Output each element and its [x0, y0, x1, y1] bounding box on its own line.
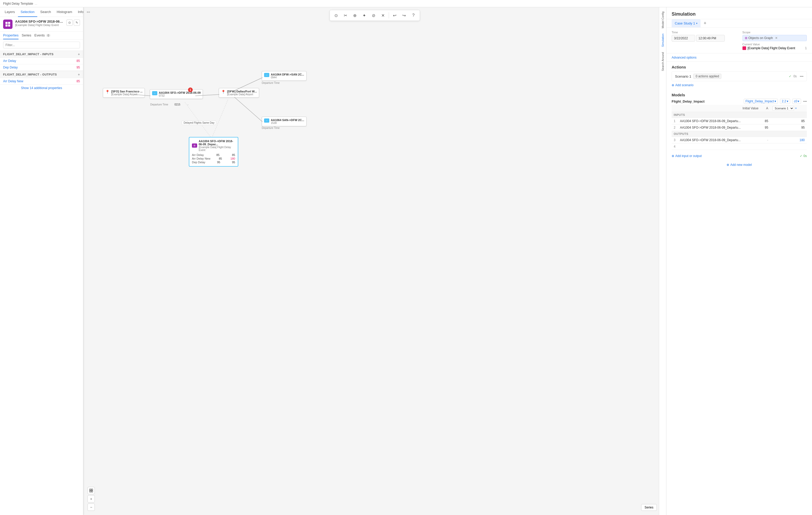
add-scenario-label: Add scenario: [675, 83, 694, 87]
tab-layers[interactable]: Layers: [2, 7, 18, 17]
add-case-study-btn[interactable]: +: [702, 19, 708, 27]
toolbar-undo-btn[interactable]: ↩: [390, 11, 399, 20]
dep-time-label-3: Departure Time: [262, 126, 280, 129]
subtab-events[interactable]: Events 0: [34, 33, 50, 39]
row2-name: AA1004 SFO->DFW 2018-06-09_Departu...: [678, 124, 760, 131]
prop-name-dep-delay[interactable]: Dep Delay: [3, 66, 77, 69]
entity-edit-btn[interactable]: ✎: [74, 20, 80, 26]
version-chevron: ▾: [787, 99, 788, 103]
node-aa1064-san-dfw[interactable]: ↔ AA1064 SAN->DFW 2C... 1538: [262, 117, 307, 126]
table-row: 3 AA1004 SFO->DFW 2018-06-09_Departu... …: [672, 137, 807, 144]
config-select[interactable]: c0 ▾: [792, 99, 801, 104]
scenario-row[interactable]: Scenario 1 0 actions applied ✓ 0s •••: [672, 71, 807, 81]
outputs-add-btn[interactable]: +: [78, 72, 80, 77]
detail-card-title: AA1004 SFO->DFW 2018-06-09_Depar...: [199, 140, 235, 146]
node-sfo[interactable]: 📍 [SFO] San Francisco ... [Example Data]…: [103, 88, 145, 98]
dep-time-dash-1: -: [187, 103, 188, 106]
subtab-series[interactable]: Series: [22, 33, 31, 39]
filter-input[interactable]: [3, 42, 80, 49]
tab-histogram[interactable]: Histogram: [54, 7, 75, 17]
inputs-add-btn[interactable]: +: [78, 52, 80, 56]
time-label: Time: [672, 31, 736, 34]
aa1064-dfw-icon: ↔: [264, 73, 269, 77]
model-select[interactable]: Flight_Delay_Impact ▾: [744, 99, 778, 104]
prop-name-arr-delay[interactable]: Arr Delay: [3, 59, 77, 63]
sim-tab-case-study-1[interactable]: Case Study 1 ▾: [672, 19, 700, 27]
zoom-in-btn[interactable]: +: [87, 495, 95, 503]
series-btn[interactable]: Series: [641, 504, 657, 511]
scenario-more-btn[interactable]: •••: [800, 74, 804, 79]
zoom-out-btn[interactable]: −: [87, 504, 95, 511]
scope-chip[interactable]: ⊞ Objects on Graph ✕: [743, 35, 807, 41]
node-aa1064-dfw-san[interactable]: ↔ AA1064 DFW->SAN 2C... 0944: [262, 71, 307, 81]
scenario-check: ✓: [789, 74, 791, 78]
model-more-btn[interactable]: •••: [803, 99, 807, 103]
toolbar-cut-btn[interactable]: ✂: [341, 11, 350, 20]
scope-chip-remove-btn[interactable]: ✕: [775, 36, 778, 40]
detail-name-dep-delay: Dep Delay: [192, 161, 205, 164]
add-model-btn[interactable]: ⊕ Add new model: [672, 161, 807, 168]
col-b-scenario-select[interactable]: Scenario 1: [773, 106, 794, 111]
detail-val1-arr-delay-new: 85: [219, 157, 222, 160]
toolbar-help-btn[interactable]: ?: [409, 11, 418, 20]
subtab-properties[interactable]: Properties: [3, 33, 19, 39]
scenario-name: Scenario 1: [675, 74, 691, 79]
vtab-simulation[interactable]: Simulation: [660, 31, 665, 49]
toolbar-star-btn[interactable]: ✦: [360, 11, 369, 20]
detail-val2-arr-delay: 85: [232, 153, 235, 156]
col-b-header: Scenario 1 +: [773, 106, 805, 111]
svg-line-7: [234, 97, 262, 122]
date-input[interactable]: [672, 35, 695, 42]
sub-tabs: Properties Series Events 0: [0, 32, 83, 39]
toolbar-close-btn[interactable]: ✕: [379, 11, 387, 20]
dfw-title: [DFW] Dallas/Fort W...: [227, 90, 257, 93]
detail-val1-dep-delay: 95: [217, 161, 220, 164]
edge-label-delayed: Delayed Flights Same Day: [182, 121, 216, 125]
collapse-icon[interactable]: ««: [87, 10, 90, 14]
sim-tabs: Case Study 1 ▾ +: [666, 19, 812, 28]
props-section: FLIGHT_DELAY_IMPACT - INPUTS + Arr Delay…: [0, 51, 83, 515]
entity-locate-btn[interactable]: ⊙: [66, 20, 72, 26]
toolbar-link-btn[interactable]: ⊕: [351, 11, 359, 20]
toolbar-block-btn[interactable]: ⊘: [370, 11, 378, 20]
cv-icon: [743, 47, 746, 50]
node-aa1004-sfo-dfw[interactable]: ↔ AA1004 SFO->DFW 2018-06-09 0732: [150, 89, 203, 99]
version-select[interactable]: 2.2 ▾: [780, 99, 790, 104]
row1-name: AA1004 SFO->DFW 2018-06-09_Departu...: [678, 118, 760, 124]
prop-arr-delay: Arr Delay 85: [0, 58, 83, 64]
entity-card: AA1004 SFO->DFW 2018-06-09... [Example D…: [0, 17, 83, 32]
add-io-label: Add input or output: [675, 154, 702, 158]
case-study-label: Case Study 1: [675, 21, 695, 25]
inputs-section-header: FLIGHT_DELAY_IMPACT - INPUTS +: [0, 51, 83, 58]
node-dfw[interactable]: 📍 [DFW] Dallas/Fort W... [Example Data] …: [219, 88, 259, 98]
fit-btn[interactable]: [87, 487, 95, 494]
scope-chip-label: Objects on Graph: [749, 36, 773, 40]
row4-a: [770, 144, 807, 150]
add-model-label: Add new model: [730, 163, 752, 166]
detail-card-info: AA1004 SFO->DFW 2018-06-09_Depar... [Exa…: [199, 140, 235, 152]
entity-subtitle: [Example Data] Flight Delay Event: [15, 24, 64, 27]
advanced-options-link[interactable]: Advanced options: [672, 56, 696, 59]
tab-selection[interactable]: Selection: [18, 7, 37, 17]
add-scenario-btn[interactable]: ⊕ Add scenario: [672, 82, 807, 88]
scenario-time: 0s: [793, 74, 797, 78]
tab-info[interactable]: Info: [75, 7, 86, 17]
vtab-search-around[interactable]: Search Around: [660, 50, 665, 73]
models-title: Models: [672, 90, 807, 99]
show-more-link[interactable]: Show 14 additional properties: [0, 85, 83, 91]
table-row: 2 AA1004 SFO->DFW 2018-06-09_Departu... …: [672, 124, 807, 131]
time-input[interactable]: [696, 35, 725, 42]
prop-dep-delay: Dep Delay 95: [0, 64, 83, 71]
tab-search[interactable]: Search: [38, 7, 54, 17]
detail-card[interactable]: ⊞ AA1004 SFO->DFW 2018-06-09_Depar... [E…: [189, 137, 238, 166]
scenario-badge: 0 actions applied: [693, 74, 721, 79]
add-io-btn[interactable]: ⊕ Add input or output: [672, 153, 702, 159]
actions-title: Actions: [672, 65, 807, 69]
right-panel: Simulation Case Study 1 ▾ + Time Scope ⊞: [666, 7, 812, 515]
vtab-model-config[interactable]: Model Config: [660, 9, 665, 30]
add-io-icon: ⊕: [672, 154, 674, 158]
toolbar-redo-btn[interactable]: ↪: [400, 11, 408, 20]
col-add-btn[interactable]: +: [795, 107, 797, 110]
toolbar-target-btn[interactable]: ⊙: [332, 11, 340, 20]
prop-name-arr-delay-new[interactable]: Arr Delay New: [3, 80, 77, 83]
